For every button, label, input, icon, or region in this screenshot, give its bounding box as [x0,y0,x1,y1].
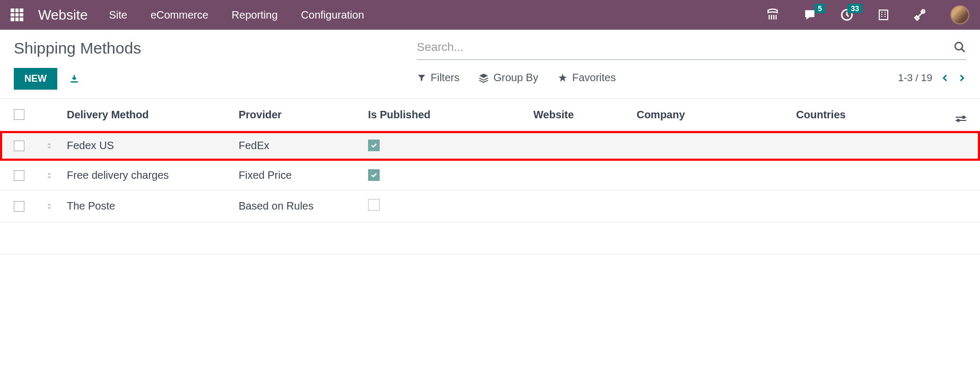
page-title: Shipping Methods [14,39,417,57]
header-company[interactable]: Company [607,109,715,121]
nav-ecommerce[interactable]: eCommerce [151,9,208,21]
row-checkbox[interactable] [14,141,24,151]
groupby-label: Group By [493,72,538,84]
company-icon[interactable] [877,8,890,21]
new-button[interactable]: NEW [14,68,57,90]
header-published[interactable]: Is Published [368,109,501,121]
select-all-checkbox[interactable] [14,109,24,120]
table-header: Delivery Method Provider Is Published We… [0,99,980,131]
filters-label: Filters [431,72,459,84]
apps-icon[interactable] [11,8,23,21]
pager-text: 1-3 / 19 [898,72,932,84]
phone-icon[interactable] [766,8,780,22]
tools-icon[interactable] [913,8,927,22]
nav-menu: Site eCommerce Reporting Configuration [109,9,364,21]
header-provider[interactable]: Provider [239,109,368,121]
table-row[interactable]: Fedex US FedEx [0,131,980,161]
drag-handle-icon[interactable] [46,141,67,151]
nav-configuration[interactable]: Configuration [301,9,364,21]
cell-delivery: The Poste [67,200,239,212]
search-bar [417,40,966,60]
download-icon[interactable] [69,74,80,84]
app-brand[interactable]: Website [38,7,88,23]
avatar[interactable] [950,5,969,24]
chat-badge: 5 [815,4,825,13]
activity-icon[interactable]: 33 [840,8,854,22]
nav-reporting[interactable]: Reporting [232,9,278,21]
cell-provider: FedEx [239,140,368,152]
published-checkbox[interactable] [368,140,380,151]
pager-next[interactable] [958,73,966,83]
control-panel: Shipping Methods NEW Filters Group By [0,30,980,98]
groupby-button[interactable]: Group By [478,72,538,84]
cell-provider: Based on Rules [239,200,368,212]
table-row[interactable]: The Poste Based on Rules [0,190,980,222]
header-countries[interactable]: Countries [715,109,927,121]
drag-handle-icon[interactable] [46,171,67,180]
table-row[interactable]: Free delivery charges Fixed Price [0,161,980,190]
header-delivery[interactable]: Delivery Method [67,109,239,121]
header-website[interactable]: Website [501,109,607,121]
pager: 1-3 / 19 [898,72,966,84]
row-checkbox[interactable] [14,170,24,181]
favorites-button[interactable]: Favorites [557,72,616,84]
pager-prev[interactable] [941,73,949,83]
topbar: Website Site eCommerce Reporting Configu… [0,0,980,30]
published-checkbox[interactable] [368,199,380,211]
activity-badge: 33 [847,4,862,13]
chat-icon[interactable]: 5 [803,8,817,22]
row-checkbox[interactable] [14,201,24,212]
svg-rect-5 [879,10,888,20]
published-checkbox[interactable] [368,169,380,181]
cell-provider: Fixed Price [239,169,368,181]
svg-point-12 [955,42,962,50]
cell-delivery: Free delivery charges [67,169,239,181]
top-icons: 5 33 [766,5,969,24]
svg-line-13 [961,49,965,52]
drag-handle-icon[interactable] [46,202,67,211]
favorites-label: Favorites [572,72,616,84]
cell-delivery: Fedex US [67,140,239,152]
nav-site[interactable]: Site [109,9,127,21]
filters-button[interactable]: Filters [417,72,459,84]
table-footer-space [0,222,980,254]
column-settings-icon[interactable] [956,117,966,121]
search-input[interactable] [417,40,953,54]
table: Delivery Method Provider Is Published We… [0,98,980,254]
filter-row: Filters Group By Favorites 1-3 / 19 [417,72,966,84]
search-icon[interactable] [953,41,966,54]
